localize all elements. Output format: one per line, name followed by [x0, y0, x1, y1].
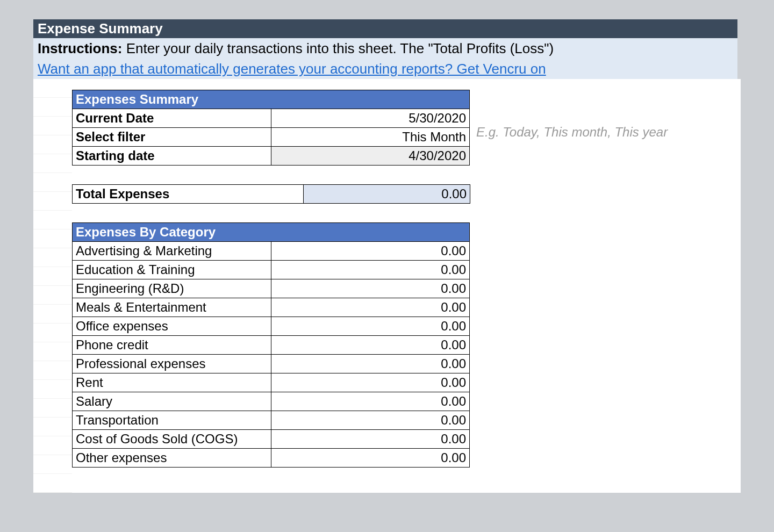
category-row-value[interactable]: 0.00 — [271, 298, 470, 317]
category-row: Transportation0.00 — [73, 411, 470, 430]
instructions-block: Instructions: Enter your daily transacti… — [33, 38, 741, 79]
category-row-value[interactable]: 0.00 — [271, 373, 470, 392]
category-header: Expenses By Category — [73, 223, 470, 242]
body-area: Expenses Summary Current Date5/30/2020Se… — [33, 79, 741, 493]
category-table: Expenses By Category Advertising & Marke… — [72, 222, 470, 468]
category-row: Office expenses0.00 — [73, 317, 470, 336]
promo-link[interactable]: Want an app that automatically generates… — [38, 61, 546, 77]
summary-row-value[interactable]: 4/30/2020 — [271, 147, 470, 166]
page-title-bar: Expense Summary — [33, 19, 741, 38]
category-row: Meals & Entertainment0.00 — [73, 298, 470, 317]
category-row-value[interactable]: 0.00 — [271, 392, 470, 411]
category-row: Salary0.00 — [73, 392, 470, 411]
category-row-value[interactable]: 0.00 — [271, 261, 470, 279]
instructions-row: Instructions: Enter your daily transacti… — [33, 38, 737, 59]
category-row-label: Salary — [73, 392, 271, 411]
category-row: Education & Training0.00 — [73, 261, 470, 279]
summary-row-label: Current Date — [73, 109, 271, 128]
total-expenses-label: Total Expenses — [73, 185, 304, 204]
summary-row: Starting date4/30/2020 — [73, 147, 470, 166]
left-gutter — [33, 79, 72, 493]
category-row-label: Education & Training — [73, 261, 271, 279]
instructions-label: Instructions: — [38, 40, 122, 56]
category-row-label: Phone credit — [73, 336, 271, 355]
category-row-label: Office expenses — [73, 317, 271, 336]
summary-header: Expenses Summary — [73, 90, 470, 109]
category-row-value[interactable]: 0.00 — [271, 336, 470, 355]
summary-row-label: Select filter — [73, 128, 271, 147]
summary-row-value[interactable]: 5/30/2020 — [271, 109, 470, 128]
total-expenses-table: Total Expenses 0.00 — [72, 184, 470, 204]
category-row: Advertising & Marketing0.00 — [73, 242, 470, 261]
category-row-label: Advertising & Marketing — [73, 242, 271, 261]
category-row-value[interactable]: 0.00 — [271, 449, 470, 468]
category-row-label: Transportation — [73, 411, 271, 430]
summary-row: Select filterThis Month — [73, 128, 470, 147]
category-row-value[interactable]: 0.00 — [271, 317, 470, 336]
category-row-value[interactable]: 0.00 — [271, 279, 470, 298]
category-row-label: Rent — [73, 373, 271, 392]
category-row-label: Meals & Entertainment — [73, 298, 271, 317]
category-row: Rent0.00 — [73, 373, 470, 392]
category-row: Engineering (R&D)0.00 — [73, 279, 470, 298]
category-row: Other expenses0.00 — [73, 449, 470, 468]
content-column: Expenses Summary Current Date5/30/2020Se… — [72, 79, 741, 493]
category-row-value[interactable]: 0.00 — [271, 430, 470, 449]
category-row: Phone credit0.00 — [73, 336, 470, 355]
category-row-label: Other expenses — [73, 449, 271, 468]
promo-row: Want an app that automatically generates… — [33, 59, 737, 79]
summary-row: Current Date5/30/2020 — [73, 109, 470, 128]
category-row: Cost of Goods Sold (COGS)0.00 — [73, 430, 470, 449]
category-row-value[interactable]: 0.00 — [271, 242, 470, 261]
instructions-text: Enter your daily transactions into this … — [122, 40, 554, 56]
total-expenses-value: 0.00 — [304, 185, 470, 204]
category-row: Professional expenses0.00 — [73, 355, 470, 373]
category-row-value[interactable]: 0.00 — [271, 411, 470, 430]
filter-hint: E.g. Today, This month, This year — [472, 125, 668, 140]
page-title: Expense Summary — [38, 20, 163, 37]
sheet: Expense Summary Instructions: Enter your… — [33, 19, 741, 493]
summary-row-value[interactable]: This Month — [271, 128, 470, 147]
category-row-label: Professional expenses — [73, 355, 271, 373]
category-row-label: Engineering (R&D) — [73, 279, 271, 298]
summary-row-label: Starting date — [73, 147, 271, 166]
category-row-value[interactable]: 0.00 — [271, 355, 470, 373]
summary-table: Expenses Summary Current Date5/30/2020Se… — [72, 90, 470, 166]
category-row-label: Cost of Goods Sold (COGS) — [73, 430, 271, 449]
